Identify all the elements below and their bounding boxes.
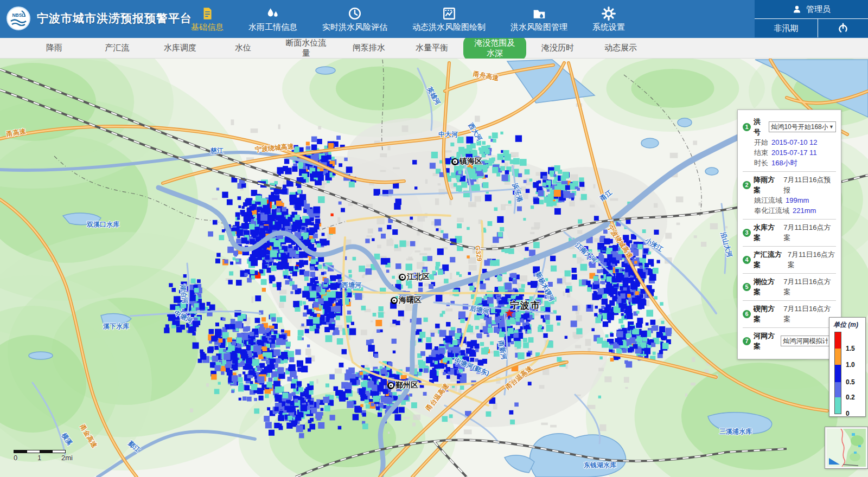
step-badge: 7: [743, 337, 751, 345]
nav-item-label: 水雨工情信息: [248, 22, 297, 33]
panel-subrow: 姚江流域199mm: [743, 195, 836, 205]
tab-label: 产汇流: [98, 40, 137, 56]
panel-row-title: 产汇流方案: [754, 249, 785, 270]
user-name: 管理员: [806, 4, 831, 15]
legend-segment: [835, 397, 841, 414]
tab-label: 水位: [227, 40, 259, 56]
tab-label: 水库调度: [156, 40, 204, 56]
panel-select-value: 灿鸿10号开始168小时: [771, 122, 828, 132]
nav-item-basic-info[interactable]: 基础信息: [191, 5, 224, 33]
tab-10[interactable]: 动态展示: [589, 40, 652, 56]
panel-group-2: 2降雨方案7月11日16点预报姚江流域199mm奉化江流域221mm: [743, 171, 836, 219]
water-rain-icon: [266, 5, 280, 21]
tab-6[interactable]: 闸泵排水: [337, 40, 400, 56]
page-title: 宁波市城市洪涝预报预警平台: [37, 11, 192, 26]
panel-subrow: 开始2015-07-10 12: [743, 137, 836, 147]
legend-segment: [835, 365, 841, 382]
legend-segment: [835, 332, 841, 349]
tab-9[interactable]: 淹没历时: [526, 40, 589, 56]
dynamic-chart-icon: [442, 5, 456, 21]
step-badge: 4: [743, 256, 751, 264]
panel-subrow: 时长168小时: [743, 158, 836, 168]
legend-color-bar: 1.51.00.50.20: [834, 332, 841, 414]
app-header: NBSL 宁波市城市洪涝预报预警平台 基础信息水雨工情信息实时洪水风险评估动态洪…: [0, 0, 868, 38]
panel-row-title: 洪号: [754, 117, 766, 137]
svg-text:NBSL: NBSL: [12, 12, 24, 18]
tab-8[interactable]: 淹没范围及水深: [463, 35, 526, 61]
panel-row: 4产汇流方案7月11日16点方案: [743, 249, 836, 270]
step-badge: 5: [743, 283, 751, 291]
logo-wrap: NBSL 宁波市城市洪涝预报预警平台: [5, 5, 192, 31]
tab-2[interactable]: 产汇流: [86, 40, 149, 56]
panel-row-value: 7月11日16点方案: [783, 222, 836, 243]
tab-label: 淹没范围及水深: [463, 35, 526, 61]
nav-item-label: 系统设置: [592, 22, 625, 33]
user-area: 管理员 非汛期: [755, 0, 868, 37]
panel-select[interactable]: 灿鸿10号开始168小时▼: [769, 121, 836, 132]
subrow-label: 时长: [754, 158, 768, 168]
scale-bar-labels: 012mi: [14, 453, 66, 462]
logout-button[interactable]: [818, 19, 868, 37]
panel-select[interactable]: 灿鸿河网模拟计算▼: [781, 336, 836, 346]
tab-7[interactable]: 水量平衡: [400, 40, 463, 56]
legend-tick-label: 1.0: [846, 361, 855, 369]
nav-item-map-folder[interactable]: 洪水风险图管理: [510, 5, 567, 33]
subrow-label: 开始: [754, 137, 768, 147]
panel-row-value: 7月11日16点方案: [783, 276, 836, 297]
panel-group-3: 3水库方案7月11日16点方案: [743, 219, 836, 246]
tab-label: 闸泵排水: [345, 40, 393, 56]
scale-label: 2mi: [61, 454, 73, 462]
tab-1[interactable]: 降雨: [23, 40, 86, 56]
nav-item-label: 实时洪水风险评估: [322, 22, 387, 33]
legend-title: 单位 (m): [833, 320, 863, 330]
panel-row: 1洪号灿鸿10号开始168小时▼: [743, 117, 836, 137]
legend-tick-label: 1.5: [846, 345, 855, 352]
tab-label: 降雨: [39, 40, 70, 56]
scenario-panel: 1洪号灿鸿10号开始168小时▼开始2015-07-10 12结束2015-07…: [737, 109, 841, 359]
realtime-clock-icon: [348, 5, 362, 21]
panel-subrow: 奉化江流域221mm: [743, 205, 836, 216]
subrow-value: 2015-07-10 12: [771, 137, 818, 147]
tab-label: 断面水位流量: [275, 35, 337, 61]
power-icon: [837, 22, 849, 34]
panel-subrow: 结束2015-07-17 11: [743, 147, 836, 158]
minimap-image: [827, 429, 866, 467]
nav-item-dynamic-chart[interactable]: 动态洪水风险图绘制: [412, 5, 486, 33]
scale-label: 1: [37, 454, 41, 462]
nav-item-realtime-clock[interactable]: 实时洪水风险评估: [322, 5, 387, 33]
legend-tick-label: 0: [846, 410, 850, 417]
panel-group-7: 7河网方案灿鸿河网模拟计算▼: [743, 327, 836, 354]
panel-row-value: 7月11日16点预报: [783, 175, 836, 195]
tab-4[interactable]: 水位: [212, 40, 275, 56]
season-toggle[interactable]: 非汛期: [755, 19, 818, 37]
panel-row: 7河网方案灿鸿河网模拟计算▼: [743, 331, 836, 351]
nav-item-label: 洪水风险图管理: [510, 22, 567, 33]
panel-row: 5潮位方案7月11日16点方案: [743, 276, 836, 297]
tab-5[interactable]: 断面水位流量: [275, 35, 337, 61]
tab-label: 淹没历时: [534, 40, 582, 56]
subrow-value: 199mm: [786, 195, 809, 205]
map-viewport[interactable]: 镇海区江北区海曙区鄞州区宁波市慈江英雄河中大河西大河浜子港甬江小浃江江南大河沿山…: [0, 59, 868, 477]
nav-item-water-rain[interactable]: 水雨工情信息: [248, 5, 297, 33]
tab-3[interactable]: 水库调度: [149, 40, 212, 56]
subrow-value: 221mm: [793, 205, 816, 216]
map-folder-icon: [532, 5, 546, 21]
panel-group-6: 6碶闸方案7月11日16点方案: [743, 300, 836, 327]
overview-minimap[interactable]: [825, 427, 867, 468]
step-badge: 1: [743, 123, 751, 131]
tab-label: 水量平衡: [408, 40, 456, 56]
legend-segment: [835, 382, 841, 397]
main-nav: 基础信息水雨工情信息实时洪水风险评估动态洪水风险图绘制洪水风险图管理系统设置: [191, 0, 625, 38]
legend-tick-label: 0.2: [846, 394, 855, 401]
panel-row-title: 河网方案: [754, 331, 778, 351]
subrow-label: 姚江流域: [754, 195, 782, 205]
subrow-label: 结束: [754, 147, 768, 158]
nav-item-settings-gear[interactable]: 系统设置: [592, 5, 625, 33]
tab-label: 动态展示: [597, 40, 644, 56]
user-menu[interactable]: 管理员: [755, 0, 868, 18]
panel-select-value: 灿鸿河网模拟计算: [783, 336, 828, 346]
step-badge: 2: [743, 181, 751, 189]
scale-label: 0: [14, 454, 17, 462]
panel-group-1: 1洪号灿鸿10号开始168小时▼开始2015-07-10 12结束2015-07…: [743, 114, 836, 171]
user-icon: [792, 4, 802, 14]
